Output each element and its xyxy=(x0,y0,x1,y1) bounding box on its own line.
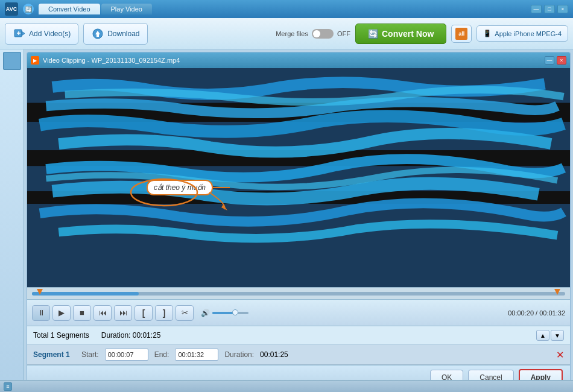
download-button[interactable]: Download xyxy=(83,23,147,45)
seg-duration-label: Duration: xyxy=(224,350,254,359)
sidebar-thumbnail[interactable] xyxy=(3,52,21,70)
start-label: Start: xyxy=(81,350,99,359)
download-icon xyxy=(91,27,104,40)
seg-duration-value: 00:01:25 xyxy=(260,350,288,359)
timeline-progress xyxy=(32,292,139,296)
svg-point-12 xyxy=(131,179,197,206)
tab-convert[interactable]: Convert Video xyxy=(39,4,100,14)
sidebar xyxy=(0,49,24,392)
status-icon: ≡ xyxy=(4,382,12,391)
toolbar: Add Video(s) Download Merge files OFF 🔄 … xyxy=(0,18,573,49)
next-icon: ⏭ xyxy=(119,308,127,317)
timeline-end-marker[interactable] xyxy=(554,289,560,295)
annotation-arrow xyxy=(125,174,233,210)
svg-rect-6 xyxy=(97,34,99,37)
tab-play[interactable]: Play Video xyxy=(101,4,152,14)
clip-title: Video Clipping - WP_20131130_092154Z.mp4 xyxy=(43,57,541,64)
pause-icon: ⏸ xyxy=(37,308,45,317)
segments-panel: Total 1 Segments Duration: 00:01:25 ▲ ▼ … xyxy=(27,326,570,365)
table-row: Segment 1 Start: End: Duration: 00:01:25… xyxy=(27,345,570,365)
volume-filled xyxy=(212,312,234,314)
timeline-track[interactable] xyxy=(32,292,565,296)
clip-button[interactable]: ✂ xyxy=(176,305,194,321)
svg-marker-1 xyxy=(22,31,25,36)
volume-icon: 🔊 xyxy=(201,309,210,317)
download-label: Download xyxy=(107,30,139,38)
add-video-icon xyxy=(13,27,26,40)
add-video-button[interactable]: Add Video(s) xyxy=(5,23,78,45)
merge-section: Merge files OFF xyxy=(276,29,350,39)
title-bar: AVC 🔄 Convert Video Play Video — □ × xyxy=(0,0,573,18)
prev-icon: ⏮ xyxy=(99,308,107,317)
pause-button[interactable]: ⏸ xyxy=(32,305,50,321)
profile-button[interactable]: 📱 Apple iPhone MPEG-4 xyxy=(476,25,568,42)
timeline-area[interactable] xyxy=(27,287,570,299)
stop-button[interactable]: ■ xyxy=(73,305,91,321)
time-display: 00:00:20 / 00:01:32 xyxy=(508,309,565,317)
segments-down-button[interactable]: ▼ xyxy=(551,330,564,341)
end-label: End: xyxy=(154,350,169,359)
window-controls: — □ × xyxy=(531,5,568,13)
stop-icon: ■ xyxy=(80,308,84,317)
convert-label: Convert Now xyxy=(382,29,434,39)
add-video-label: Add Video(s) xyxy=(29,30,71,38)
mark-in-icon: [ xyxy=(142,308,145,318)
segments-duration-label: Duration: 00:01:25 xyxy=(101,331,161,340)
status-bar: ≡ xyxy=(0,380,573,392)
close-button[interactable]: × xyxy=(557,5,568,13)
clip-titlebar: ▶ Video Clipping - WP_20131130_092154Z.m… xyxy=(27,52,570,68)
convert-icon: 🔄 xyxy=(368,29,378,39)
clip-minimize-button[interactable]: — xyxy=(545,56,554,65)
segments-nav: ▲ ▼ xyxy=(536,330,564,341)
clip-window: ▶ Video Clipping - WP_20131130_092154Z.m… xyxy=(27,52,571,390)
start-time-input[interactable] xyxy=(105,349,148,361)
play-button[interactable]: ▶ xyxy=(52,305,71,321)
minimize-button[interactable]: — xyxy=(531,5,542,13)
merge-state: OFF xyxy=(337,30,350,37)
merge-label: Merge files xyxy=(276,30,308,37)
segments-total-label: Total 1 Segments xyxy=(33,331,89,340)
volume-slider[interactable] xyxy=(212,312,249,314)
segments-up-button[interactable]: ▲ xyxy=(536,330,549,341)
segments-header: Total 1 Segments Duration: 00:01:25 ▲ ▼ xyxy=(27,326,570,345)
timeline-start-marker[interactable] xyxy=(37,289,43,295)
all-icon-button[interactable]: all xyxy=(451,25,472,43)
title-tabs: Convert Video Play Video xyxy=(39,4,526,14)
end-time-input[interactable] xyxy=(175,349,218,361)
maximize-button[interactable]: □ xyxy=(544,5,555,13)
all-icon: all xyxy=(455,28,467,40)
clip-window-controls: — × xyxy=(545,56,566,65)
merge-toggle[interactable] xyxy=(312,29,334,39)
video-area: cắt theo ý muốn xyxy=(27,68,570,287)
segment-label: Segment 1 xyxy=(33,350,75,359)
play-icon: ▶ xyxy=(59,308,65,317)
profile-label: Apple iPhone MPEG-4 xyxy=(495,30,562,37)
app-logo: AVC xyxy=(5,2,18,16)
clip-title-icon: ▶ xyxy=(31,56,39,65)
mark-out-icon: ] xyxy=(163,308,166,318)
volume-thumb[interactable] xyxy=(232,309,238,315)
controls-bar: ⏸ ▶ ■ ⏮ ⏭ [ ] ✂ 🔊 xyxy=(27,299,570,326)
segments-total-duration: 00:01:25 xyxy=(133,331,161,340)
prev-button[interactable]: ⏮ xyxy=(93,305,112,321)
next-button[interactable]: ⏭ xyxy=(114,305,132,321)
mark-in-button[interactable]: [ xyxy=(135,305,153,321)
segment-delete-button[interactable]: ✕ xyxy=(556,349,564,361)
volume-area: 🔊 xyxy=(201,309,249,317)
clip-close-button[interactable]: × xyxy=(557,56,566,65)
convert-now-button[interactable]: 🔄 Convert Now xyxy=(355,24,446,44)
main-area: ▶ Video Clipping - WP_20131130_092154Z.m… xyxy=(0,49,573,392)
mark-out-button[interactable]: ] xyxy=(155,305,173,321)
app-icon: 🔄 xyxy=(23,4,34,14)
clip-icon: ✂ xyxy=(182,308,188,317)
annotation-overlay xyxy=(27,68,570,245)
phone-icon: 📱 xyxy=(483,30,492,37)
